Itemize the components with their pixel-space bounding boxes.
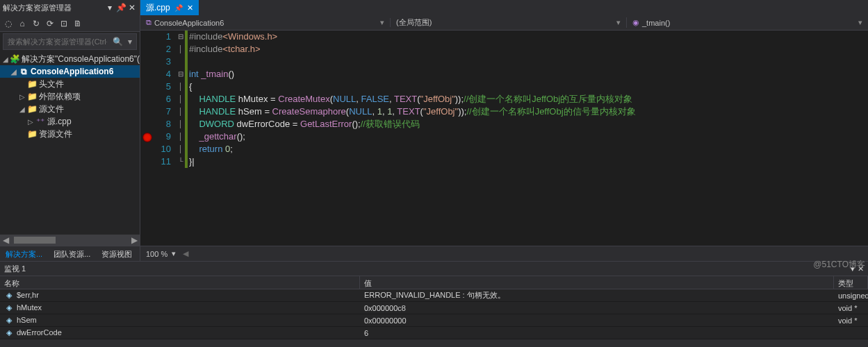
- watch-row[interactable]: ◈hSem 0x00000000 void *: [0, 314, 868, 327]
- folder-icon: 📁: [26, 79, 38, 89]
- folder-icon: 📁: [26, 92, 38, 101]
- ctx-function[interactable]: ◉ _tmain() ▾: [627, 18, 868, 27]
- col-type[interactable]: 类型: [834, 276, 868, 289]
- col-name[interactable]: 名称: [0, 276, 360, 289]
- scroll-right-icon[interactable]: ▶: [129, 235, 140, 245]
- tree-label: 外部依赖项: [39, 91, 81, 103]
- expand-icon[interactable]: ◢: [10, 68, 18, 76]
- close-icon[interactable]: ✕: [187, 3, 193, 12]
- tree-external[interactable]: ▷ 📁 外部依赖项: [0, 90, 140, 103]
- tree-label: 源文件: [39, 103, 64, 115]
- watch-rows: ◈$err,hr ERROR_INVALID_HANDLE : 句柄无效。 un…: [0, 289, 868, 339]
- dropdown-icon[interactable]: ▾: [105, 3, 115, 12]
- sync-icon[interactable]: ↻: [31, 18, 42, 29]
- h-scrollbar[interactable]: ◀ ▶: [0, 235, 140, 246]
- cpp-file-icon: ⁺⁺: [35, 117, 46, 126]
- file-tab-active[interactable]: 源.cpp 📌 ✕: [140, 0, 199, 15]
- editor-context-bar: ⧉ ConsoleApplication6 ▾ (全局范围) ▾ ◉ _tmai…: [140, 15, 868, 31]
- scroll-left-icon[interactable]: ◀: [0, 235, 11, 245]
- code-area[interactable]: #include<Windows.h>#include<tchar.h> int…: [188, 31, 868, 246]
- folder-icon: 📁: [26, 104, 38, 114]
- tree-headers[interactable]: 📁 头文件: [0, 78, 140, 90]
- watch-row[interactable]: ◈$err,hr ERROR_INVALID_HANDLE : 句柄无效。 un…: [0, 289, 868, 302]
- col-value[interactable]: 值: [360, 276, 834, 289]
- variable-icon: ◈: [4, 316, 14, 325]
- pin-icon[interactable]: 📌: [116, 3, 126, 12]
- zoom-label[interactable]: 100 %: [146, 250, 167, 258]
- tab-team[interactable]: 团队资源...: [48, 246, 96, 261]
- project-icon: ⧉: [146, 18, 152, 27]
- chevron-down-icon[interactable]: ▾: [616, 18, 621, 27]
- variable-icon: ◈: [4, 291, 14, 300]
- solution-toolbar: ◌ ⌂ ↻ ⟳ ⊡ 🗎: [0, 15, 140, 32]
- ctx-function-label: _tmain(): [642, 19, 670, 27]
- scroll-thumb[interactable]: [14, 237, 56, 244]
- editor-pane: 源.cpp 📌 ✕ ⧉ ConsoleApplication6 ▾ (全局范围)…: [140, 0, 868, 261]
- solution-label: 解决方案"ConsoleApplication6"(: [22, 53, 140, 65]
- tab-solution[interactable]: 解决方案...: [0, 246, 48, 261]
- watch-header: 名称 值 类型: [0, 276, 868, 289]
- glyph-margin[interactable]: [140, 31, 154, 246]
- line-gutter: 1234567891011: [154, 31, 175, 246]
- file-tab-label: 源.cpp: [146, 2, 170, 14]
- watch-title-bar: 监视 1 ▾ ✕: [0, 262, 868, 276]
- variable-icon: ◈: [4, 303, 14, 312]
- pin-icon[interactable]: 📌: [174, 4, 183, 12]
- home-icon[interactable]: ⌂: [17, 18, 28, 29]
- chevron-down-icon[interactable]: ▾: [172, 249, 176, 258]
- code-editor[interactable]: 1234567891011 ⊟│ ⊟││││││└ #include<Windo…: [140, 31, 868, 246]
- watch-row[interactable]: ◈hMutex 0x000000c8 void *: [0, 302, 868, 314]
- tree-label: 资源文件: [39, 128, 72, 140]
- expand-icon[interactable]: ◢: [1, 56, 10, 63]
- search-icon[interactable]: 🔍: [111, 37, 124, 46]
- editor-tab-strip: 源.cpp 📌 ✕: [140, 0, 868, 15]
- solution-tree: ◢ 🧩 解决方案"ConsoleApplication6"( ◢ ⧉ Conso…: [0, 51, 140, 235]
- project-label: ConsoleApplication6: [31, 67, 113, 76]
- watermark: @51CTO博客: [813, 259, 865, 271]
- chevron-down-icon[interactable]: ▾: [380, 18, 384, 27]
- watch-row[interactable]: ◈dwErrorCode 6: [0, 327, 868, 339]
- back-icon[interactable]: ◌: [3, 18, 14, 29]
- ctx-scope[interactable]: (全局范围) ▾: [391, 17, 627, 28]
- ctx-scope-label: (全局范围): [396, 17, 432, 28]
- properties-icon[interactable]: 🗎: [72, 18, 83, 29]
- tree-label: 头文件: [39, 78, 64, 90]
- folder-icon: 📁: [26, 129, 38, 139]
- ctx-project-label: ConsoleApplication6: [154, 19, 224, 27]
- project-icon: ⧉: [18, 67, 29, 76]
- solution-explorer: 解决方案资源管理器 ▾ 📌 ✕ ◌ ⌂ ↻ ⟳ ⊡ 🗎 🔍 ▾ ◢ 🧩 解决方案…: [0, 0, 140, 261]
- editor-footer: 100 % ▾ ◀: [140, 246, 868, 261]
- expand-icon[interactable]: ▷: [26, 118, 35, 126]
- explorer-bottom-tabs: 解决方案... 团队资源... 资源视图: [0, 246, 140, 261]
- tab-resview[interactable]: 资源视图: [96, 246, 138, 261]
- tree-sources[interactable]: ◢ 📁 源文件: [0, 103, 140, 115]
- close-icon[interactable]: ✕: [127, 3, 137, 12]
- fold-column[interactable]: ⊟│ ⊟││││││└: [175, 31, 185, 246]
- scroll-left-icon[interactable]: ◀: [183, 249, 188, 258]
- project-node[interactable]: ◢ ⧉ ConsoleApplication6: [0, 65, 140, 78]
- watch-title: 监视 1: [4, 264, 26, 274]
- tree-resources[interactable]: 📁 资源文件: [0, 128, 140, 140]
- solution-node[interactable]: ◢ 🧩 解决方案"ConsoleApplication6"(: [0, 53, 140, 65]
- function-icon: ◉: [632, 18, 639, 27]
- chevron-down-icon[interactable]: ▾: [858, 18, 862, 27]
- tree-label: 源.cpp: [47, 116, 72, 128]
- refresh-icon[interactable]: ⟳: [44, 18, 56, 29]
- breakpoint-icon[interactable]: [142, 133, 152, 142]
- search-input[interactable]: [3, 37, 111, 46]
- expand-icon[interactable]: ▷: [18, 93, 26, 101]
- solution-explorer-title: 解决方案资源管理器: [3, 3, 104, 13]
- solution-explorer-header: 解决方案资源管理器 ▾ 📌 ✕: [0, 0, 140, 15]
- solution-icon: 🧩: [10, 54, 20, 64]
- collapse-icon[interactable]: ⊡: [58, 18, 69, 29]
- watch-panel: 监视 1 ▾ ✕ 名称 值 类型 ◈$err,hr ERROR_INVALID_…: [0, 261, 868, 339]
- search-dropdown-icon[interactable]: ▾: [124, 37, 136, 46]
- expand-icon[interactable]: ◢: [18, 105, 26, 113]
- variable-icon: ◈: [4, 328, 14, 337]
- solution-search[interactable]: 🔍 ▾: [3, 33, 137, 50]
- ctx-project[interactable]: ⧉ ConsoleApplication6 ▾: [140, 18, 391, 27]
- tree-source-cpp[interactable]: ▷ ⁺⁺ 源.cpp: [0, 115, 140, 128]
